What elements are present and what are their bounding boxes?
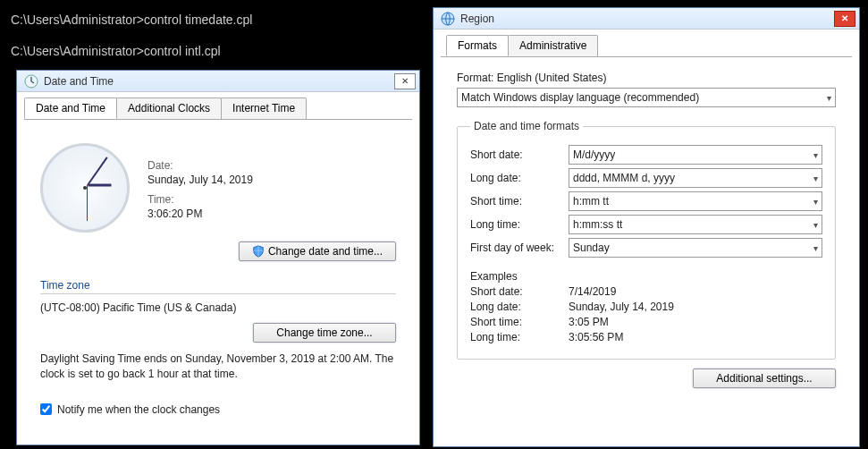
additional-settings-button[interactable]: Additional settings... xyxy=(693,369,836,388)
window-title: Region xyxy=(460,13,494,25)
tabs: Date and Time Additional Clocks Internet… xyxy=(17,92,419,119)
time-value: 3:06:20 PM xyxy=(147,208,253,220)
ex-long-time-label: Long time: xyxy=(470,331,569,343)
clock-icon xyxy=(24,74,38,89)
long-date-label: Long date: xyxy=(470,172,569,184)
date-time-window: Date and Time ✕ Date and Time Additional… xyxy=(16,70,420,445)
ex-long-date-label: Long date: xyxy=(470,301,569,313)
date-time-formats-group: Date and time formats Short date: M/d/yy… xyxy=(457,120,836,360)
tab-additional-clocks[interactable]: Additional Clocks xyxy=(116,97,222,119)
chevron-down-icon: ▾ xyxy=(813,243,818,253)
close-button[interactable]: ✕ xyxy=(834,11,855,27)
time-label: Time: xyxy=(147,193,253,206)
ex-long-time-value: 3:05:56 PM xyxy=(569,331,623,343)
format-label: Format: English (United States) xyxy=(457,72,836,84)
chevron-down-icon: ▾ xyxy=(813,197,818,207)
close-button[interactable]: ✕ xyxy=(394,73,416,89)
change-date-time-button[interactable]: Change date and time... xyxy=(239,241,396,261)
date-value: Sunday, July 14, 2019 xyxy=(147,174,253,186)
timezone-value: (UTC-08:00) Pacific Time (US & Canada) xyxy=(40,301,396,314)
titlebar[interactable]: Region ✕ xyxy=(434,8,859,30)
tab-administrative[interactable]: Administrative xyxy=(508,35,598,56)
globe-icon xyxy=(441,12,455,26)
date-time-info: Date: Sunday, July 14, 2019 Time: 3:06:2… xyxy=(147,134,253,220)
chevron-down-icon: ▾ xyxy=(813,220,818,230)
first-day-select[interactable]: Sunday▾ xyxy=(569,238,822,258)
first-day-label: First day of week: xyxy=(470,241,569,254)
long-time-label: Long time: xyxy=(470,218,569,231)
tab-internet-time[interactable]: Internet Time xyxy=(221,97,307,119)
date-label: Date: xyxy=(147,159,253,172)
notify-checkbox[interactable] xyxy=(40,403,52,415)
window-title: Date and Time xyxy=(44,75,114,88)
prompt: C:\Users\Administrator> xyxy=(11,44,144,58)
analog-clock xyxy=(40,143,130,233)
tabs: Formats Administrative xyxy=(434,30,859,56)
notify-label: Notify me when the clock changes xyxy=(57,403,220,416)
tab-formats[interactable]: Formats xyxy=(446,35,509,56)
command-2: control intl.cpl xyxy=(144,44,221,58)
timezone-heading: Time zone xyxy=(40,279,396,292)
change-timezone-button[interactable]: Change time zone... xyxy=(253,323,396,343)
shield-icon xyxy=(252,245,265,258)
titlebar[interactable]: Date and Time ✕ xyxy=(17,71,419,92)
ex-short-time-value: 3:05 PM xyxy=(569,316,609,328)
group-title: Date and time formats xyxy=(470,120,583,132)
command-1: control timedate.cpl xyxy=(144,13,252,27)
dst-message: Daylight Saving Time ends on Sunday, Nov… xyxy=(40,352,396,382)
chevron-down-icon: ▾ xyxy=(813,150,818,160)
short-time-select[interactable]: h:mm tt▾ xyxy=(569,191,822,211)
long-date-select[interactable]: dddd, MMMM d, yyyy▾ xyxy=(569,168,822,188)
ex-long-date-value: Sunday, July 14, 2019 xyxy=(569,301,674,313)
short-date-select[interactable]: M/d/yyyy▾ xyxy=(569,145,822,165)
ex-short-date-value: 7/14/2019 xyxy=(569,285,616,298)
examples-title: Examples xyxy=(470,270,822,283)
region-window: Region ✕ Formats Administrative Format: … xyxy=(433,7,860,447)
ex-short-date-label: Short date: xyxy=(470,285,569,298)
prompt: C:\Users\Administrator> xyxy=(11,13,144,27)
short-time-label: Short time: xyxy=(470,195,569,208)
chevron-down-icon: ▾ xyxy=(827,93,831,103)
long-time-select[interactable]: h:mm:ss tt▾ xyxy=(569,215,822,234)
chevron-down-icon: ▾ xyxy=(813,174,818,183)
short-date-label: Short date: xyxy=(470,148,569,161)
format-select[interactable]: Match Windows display language (recommen… xyxy=(457,88,836,107)
tab-date-and-time[interactable]: Date and Time xyxy=(24,97,117,119)
ex-short-time-label: Short time: xyxy=(470,316,569,328)
